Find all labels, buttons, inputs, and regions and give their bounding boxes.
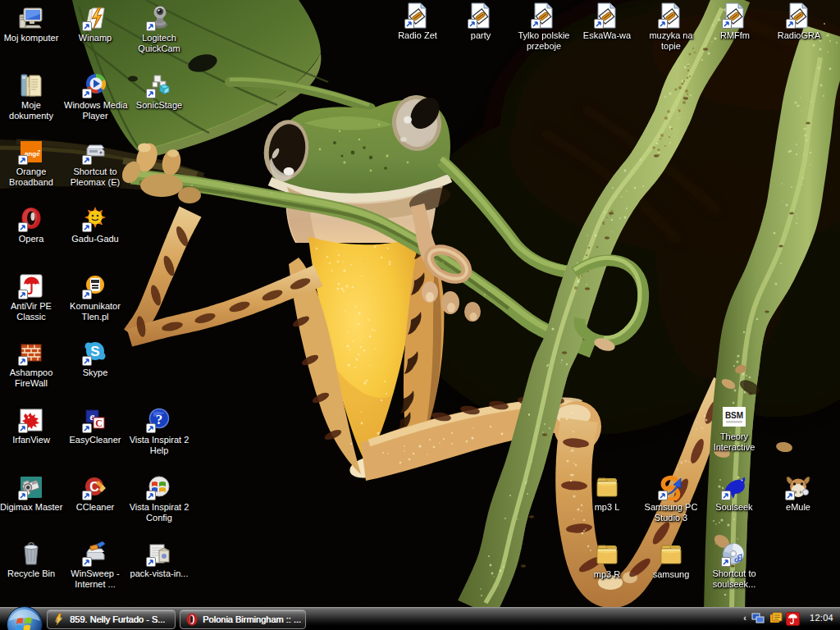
svg-text:C: C [95,418,103,429]
svg-text:?: ? [156,412,163,427]
svg-text:BSM: BSM [725,411,743,420]
svg-text:S: S [90,344,99,359]
